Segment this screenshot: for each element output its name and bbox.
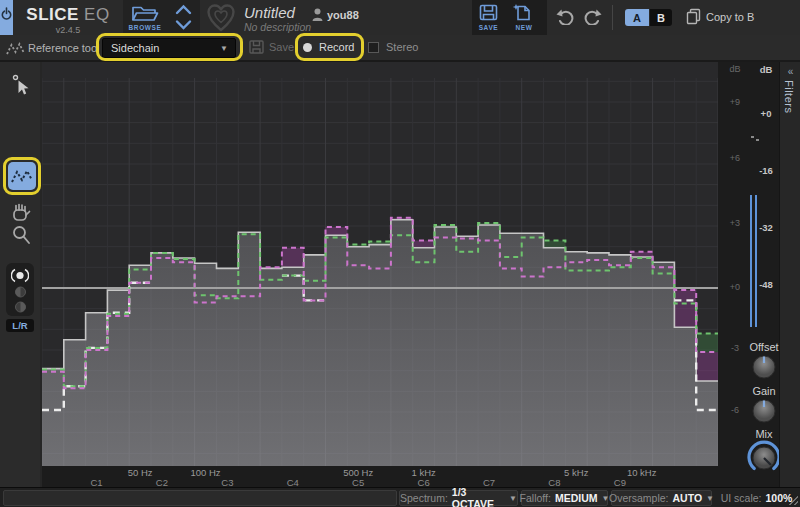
ab-button-b[interactable]: B <box>650 9 672 26</box>
gain-scale-tick: +0 <box>722 282 748 292</box>
save-label[interactable]: SAVE <box>472 24 505 31</box>
copy-to-b-label: Copy to B <box>706 11 754 23</box>
record-label: Record <box>319 41 354 53</box>
channel-mode-group <box>6 263 34 316</box>
meter-scale-tick: +0 <box>754 108 778 119</box>
preset-description[interactable]: No description <box>244 21 311 33</box>
gain-scale-unit: dB <box>722 64 748 74</box>
browse-button[interactable]: BROWSE <box>123 0 200 35</box>
mid-mode-button[interactable] <box>14 286 27 298</box>
save-preset-icon[interactable] <box>479 4 498 21</box>
reference-source-select[interactable]: Sidechain ▼ <box>102 38 236 58</box>
spectrum-mode-dropdown[interactable]: Spectrum: 1/3 OCTAVE ▼ <box>399 490 518 506</box>
redo-icon[interactable] <box>584 9 602 25</box>
meter-scale-unit: dB <box>754 64 778 75</box>
filters-tab[interactable]: « Filters <box>779 62 800 487</box>
ui-scale-control[interactable]: UI scale: 100% <box>715 490 798 506</box>
gain-scale-tick: +3 <box>722 218 748 228</box>
copy-to-b-button[interactable]: Copy to B <box>686 8 754 25</box>
freq-tick-label: 50 Hz <box>128 467 153 478</box>
new-preset-icon[interactable] <box>512 3 532 21</box>
preset-up-button[interactable] <box>175 4 192 15</box>
pin-pointer-tool[interactable] <box>12 74 30 96</box>
gain-knob[interactable] <box>751 398 777 424</box>
falloff-value: MEDIUM <box>555 492 598 504</box>
stereo-checkbox-icon <box>368 42 379 53</box>
lr-channel-badge[interactable]: L/R <box>6 319 34 332</box>
freq-tick-label: 100 Hz <box>190 467 220 478</box>
right-panel: dB+9+6+3+0-3-6 dB+0-16-32-48 Offset Gain… <box>718 62 800 487</box>
undo-icon[interactable] <box>556 9 574 25</box>
collapse-chevron-icon: « <box>780 66 800 77</box>
reference-save-button[interactable]: Save <box>249 40 294 54</box>
toolbar-divider <box>612 5 613 30</box>
meter-scale-tick: -48 <box>754 279 778 290</box>
new-label[interactable]: NEW <box>509 24 539 31</box>
frequency-axis: 50 Hz100 Hz500 Hz1 kHz5 kHz10 kHzC1C2C3C… <box>42 466 718 487</box>
meter-scale-tick: -32 <box>754 222 778 233</box>
meter-range-indicator-2[interactable] <box>755 195 757 327</box>
username: you88 <box>327 9 359 21</box>
offset-knob[interactable] <box>751 354 777 380</box>
record-radio-icon <box>303 43 312 52</box>
ab-button-a[interactable]: A <box>625 9 649 26</box>
spectrum-chart <box>42 64 718 466</box>
power-button[interactable] <box>0 0 13 35</box>
folder-icon <box>131 5 159 22</box>
zoom-magnifier-tool[interactable] <box>12 225 31 245</box>
app-title-block: SLICE EQ v2.4.5 <box>13 0 123 35</box>
spectrum-tool-icon <box>11 168 33 184</box>
spectrum-tool-active[interactable] <box>8 162 36 190</box>
oversample-dropdown[interactable]: Oversample: AUTO ▼ <box>611 490 712 506</box>
record-toggle[interactable]: Record <box>303 41 354 53</box>
filters-tab-label: Filters <box>783 80 795 113</box>
freq-tick-label: 10 kHz <box>627 467 657 478</box>
slice-eq-window: SLICE EQ v2.4.5 BROWSE Untitled No descr… <box>0 0 800 507</box>
falloff-dropdown[interactable]: Falloff: MEDIUM ▼ <box>521 490 608 506</box>
spectrum-display[interactable] <box>42 62 718 466</box>
user-icon <box>312 8 323 21</box>
freq-tick-label: 5 kHz <box>564 467 588 478</box>
browse-label: BROWSE <box>127 24 163 31</box>
reference-save-label: Save <box>269 41 294 53</box>
preset-name[interactable]: Untitled <box>244 4 295 21</box>
hand-pan-tool[interactable] <box>11 202 31 223</box>
oversample-value: AUTO <box>673 492 703 504</box>
gain-scale-tick: +6 <box>722 153 748 163</box>
app-title-main: SLICE <box>26 5 79 24</box>
side-mode-button[interactable] <box>14 301 27 313</box>
stereo-label: Stereo <box>386 41 418 53</box>
reference-tool-icon <box>6 41 25 56</box>
tool-sidebar: L/R <box>0 62 40 487</box>
app-version: v2.4.5 <box>13 25 123 35</box>
gain-scale-tick: -6 <box>722 405 748 415</box>
preset-down-button[interactable] <box>175 19 192 30</box>
spectrum-mode-label: Spectrum: <box>400 492 448 504</box>
ab-toggle: A B <box>625 9 672 26</box>
reference-source-value: Sidechain <box>111 42 220 54</box>
top-toolbar: SLICE EQ v2.4.5 BROWSE Untitled No descr… <box>0 0 800 35</box>
stereo-toggle[interactable]: Stereo <box>368 41 418 53</box>
status-message-area <box>3 490 397 506</box>
mix-knob[interactable] <box>746 440 782 476</box>
spectrum-mode-value: 1/3 OCTAVE <box>452 486 505 507</box>
falloff-label: Falloff: <box>520 492 551 504</box>
ui-scale-value: 100% <box>766 492 793 504</box>
dropdown-caret-icon: ▼ <box>509 494 517 503</box>
status-bar: Spectrum: 1/3 OCTAVE ▼ Falloff: MEDIUM ▼… <box>0 487 800 507</box>
app-title-sub: EQ <box>84 5 110 24</box>
dropdown-caret-icon: ▼ <box>220 44 228 53</box>
save-disk-icon <box>249 40 264 54</box>
save-new-block: SAVE NEW <box>472 0 547 35</box>
meter-peak-marker <box>751 136 754 138</box>
stereo-mode-button[interactable] <box>11 268 29 283</box>
oversample-label: Oversample: <box>609 492 669 504</box>
favorite-heart-icon[interactable] <box>206 3 237 32</box>
dropdown-caret-icon: ▼ <box>706 494 714 503</box>
gain-scale-tick: +9 <box>722 97 748 107</box>
user-chip[interactable]: you88 <box>312 8 359 21</box>
app-title: SLICE EQ <box>13 5 123 25</box>
meter-range-indicator[interactable] <box>750 195 752 327</box>
meter-scale-tick: -16 <box>754 165 778 176</box>
reference-toolbar: Reference tool Sidechain ▼ Save Record S… <box>0 35 800 62</box>
